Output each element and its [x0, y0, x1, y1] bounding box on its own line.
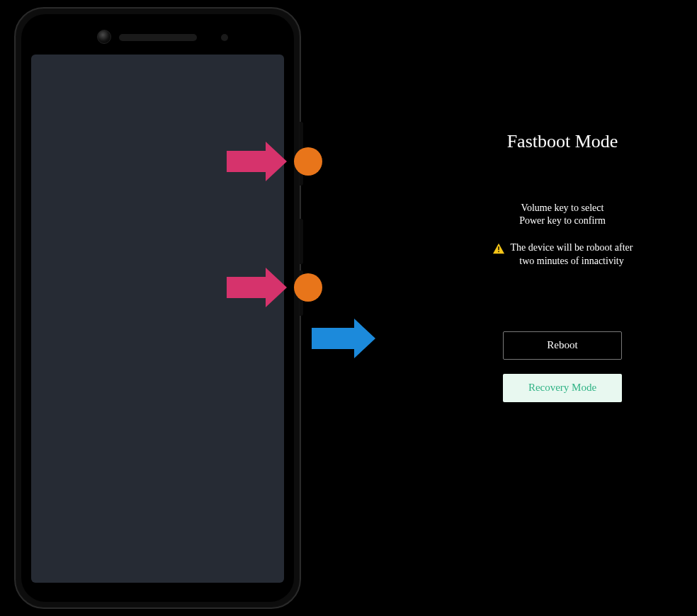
recovery-mode-button[interactable]: Recovery Mode: [503, 374, 622, 402]
indicator-dot-top-icon: [294, 147, 322, 176]
arrow-proceed-icon: [312, 319, 375, 358]
svg-rect-1: [498, 251, 499, 252]
instruction-line: Power key to confirm: [453, 215, 672, 227]
reboot-button[interactable]: Reboot: [503, 331, 622, 360]
fastboot-panel: Fastboot Mode Volume key to select Power…: [453, 131, 672, 402]
svg-rect-0: [498, 246, 499, 250]
sensor-icon: [221, 34, 228, 41]
warning-text: The device will be roboot after two minu…: [511, 241, 633, 267]
front-camera-icon: [97, 30, 111, 44]
volume-up-button[interactable]: [300, 219, 303, 264]
fastboot-buttons: Reboot Recovery Mode: [453, 331, 672, 402]
indicator-dot-bottom-icon: [294, 273, 322, 302]
earpiece-icon: [119, 34, 197, 41]
warning-line: The device will be roboot after: [511, 241, 633, 254]
arrow-press-bottom-icon: [227, 268, 287, 307]
warning-icon: [492, 243, 505, 254]
arrow-press-top-icon: [227, 142, 287, 181]
fastboot-warning: The device will be roboot after two minu…: [453, 241, 672, 267]
fastboot-instructions: Volume key to select Power key to confir…: [453, 202, 672, 227]
phone-screen: [31, 55, 284, 583]
phone-mockup: [14, 7, 301, 609]
fastboot-title: Fastboot Mode: [453, 131, 672, 152]
warning-line: two minutes of innactivity: [511, 255, 633, 268]
instruction-line: Volume key to select: [453, 202, 672, 215]
